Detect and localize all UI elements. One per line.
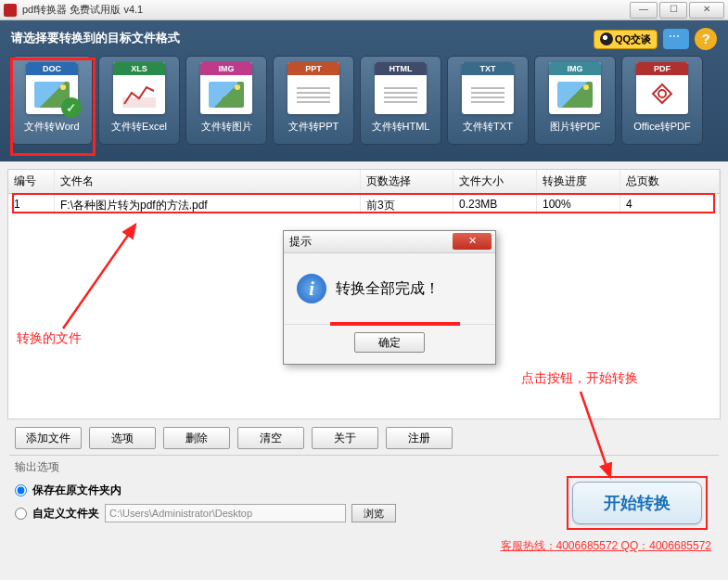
- format-文件转TXT[interactable]: TXT文件转TXT: [447, 56, 529, 145]
- help-icon[interactable]: ?: [695, 28, 717, 50]
- window-title: pdf转换器 免费试用版 v4.1: [22, 3, 628, 17]
- svg-point-0: [658, 90, 666, 97]
- format-文件转Word[interactable]: DOC✓文件转Word: [11, 56, 93, 145]
- clear-button[interactable]: 清空: [237, 427, 304, 449]
- browse-button[interactable]: 浏览: [351, 504, 396, 522]
- annotation-underline: [330, 322, 460, 326]
- close-button[interactable]: ✕: [689, 2, 724, 19]
- table-header: 编号 文件名 页数选择 文件大小 转换进度 总页数: [8, 170, 720, 194]
- dialog-close-button[interactable]: ✕: [453, 233, 492, 250]
- about-button[interactable]: 关于: [312, 427, 378, 449]
- format-文件转PPT[interactable]: PPT文件转PPT: [273, 56, 354, 145]
- qq-chat-button[interactable]: QQ交谈: [594, 30, 658, 49]
- action-button-row: 添加文件 选项 删除 清空 关于 注册: [0, 419, 728, 455]
- table-row[interactable]: 1F:\各种图片转为pdf的方法.pdf前3页0.23MB100%4: [8, 194, 720, 214]
- radio-custom-folder[interactable]: [15, 508, 27, 520]
- message-icon[interactable]: [663, 29, 689, 49]
- format-文件转图片[interactable]: IMG文件转图片: [185, 56, 267, 145]
- options-button[interactable]: 选项: [89, 427, 156, 449]
- format-toolbar: 请选择要转换到的目标文件格式 QQ交谈 ? DOC✓文件转WordXLS文件转E…: [0, 20, 728, 161]
- dialog-message: 转换全部完成！: [336, 279, 440, 299]
- dialog-titlebar[interactable]: 提示 ✕: [284, 231, 495, 253]
- message-dialog: 提示 ✕ i 转换全部完成！ 确定: [283, 230, 496, 365]
- format-文件转HTML[interactable]: HTML文件转HTML: [360, 56, 441, 145]
- output-path-input[interactable]: [105, 504, 346, 522]
- qq-icon: [600, 32, 613, 45]
- format-文件转Excel[interactable]: XLS文件转Excel: [98, 56, 180, 145]
- radio-save-original[interactable]: [15, 484, 27, 496]
- output-title: 输出选项: [15, 459, 713, 475]
- app-icon: [4, 4, 17, 17]
- format-Office转PDF[interactable]: PDFOffice转PDF: [621, 56, 703, 145]
- register-button[interactable]: 注册: [386, 427, 453, 449]
- delete-button[interactable]: 删除: [163, 427, 230, 449]
- format-图片转PDF[interactable]: IMG图片转PDF: [534, 56, 616, 145]
- info-icon: i: [297, 274, 326, 303]
- annotation-file-label: 转换的文件: [17, 330, 82, 347]
- annotation-start-label: 点击按钮，开始转换: [521, 370, 638, 387]
- minimize-button[interactable]: —: [630, 2, 658, 19]
- add-file-button[interactable]: 添加文件: [15, 427, 82, 449]
- dialog-ok-button[interactable]: 确定: [354, 332, 425, 353]
- window-titlebar: pdf转换器 免费试用版 v4.1 — ☐ ✕: [0, 0, 728, 20]
- maximize-button[interactable]: ☐: [659, 2, 687, 19]
- start-convert-button[interactable]: 开始转换: [572, 482, 702, 524]
- hotline-link[interactable]: 客服热线：4006685572 QQ：4006685572: [501, 538, 711, 554]
